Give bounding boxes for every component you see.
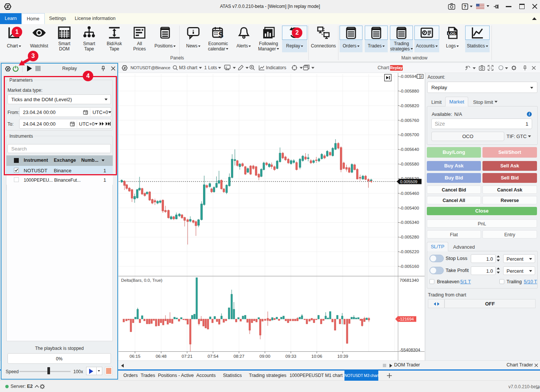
svg-text:07:54: 07:54 bbox=[208, 354, 218, 359]
svg-text:07:21: 07:21 bbox=[182, 354, 193, 359]
svg-text:10:39: 10:39 bbox=[337, 354, 348, 359]
svg-text:-0.005220: -0.005220 bbox=[400, 249, 419, 254]
svg-text:F: F bbox=[421, 75, 423, 79]
svg-text:$: $ bbox=[218, 30, 223, 40]
svg-text:-0.005820: -0.005820 bbox=[400, 103, 419, 108]
svg-text:-0.005580: -0.005580 bbox=[400, 162, 419, 166]
svg-text:-0.005880: -0.005880 bbox=[400, 89, 419, 93]
svg-text:-0.005640: -0.005640 bbox=[400, 147, 419, 152]
svg-text:-0.005940: -0.005940 bbox=[400, 74, 419, 79]
svg-text:-55408304: -55408304 bbox=[400, 348, 421, 352]
svg-text:-0.005460: -0.005460 bbox=[400, 191, 419, 196]
svg-text:06:15: 06:15 bbox=[130, 354, 141, 359]
svg-text:-0.005760: -0.005760 bbox=[400, 118, 419, 123]
svg-text:06:48: 06:48 bbox=[156, 354, 167, 359]
svg-text:-0.005700: -0.005700 bbox=[400, 132, 419, 137]
svg-text:08:27: 08:27 bbox=[234, 354, 244, 359]
svg-text:-0.005160: -0.005160 bbox=[400, 264, 419, 269]
svg-text:10:06: 10:06 bbox=[311, 354, 322, 359]
svg-text:Delta(Bars, 0.0, True): Delta(Bars, 0.0, True) bbox=[121, 278, 162, 283]
svg-text:0.005509: 0.005509 bbox=[400, 179, 417, 184]
svg-text:-121694: -121694 bbox=[399, 317, 414, 321]
svg-text:09:00: 09:00 bbox=[259, 354, 270, 359]
svg-text:-0.005400: -0.005400 bbox=[400, 206, 419, 210]
svg-text:70681340: 70681340 bbox=[400, 278, 419, 283]
svg-text:LOG: LOG bbox=[448, 31, 455, 35]
svg-text:-0.005340: -0.005340 bbox=[400, 220, 419, 225]
svg-text:?: ? bbox=[464, 4, 466, 9]
svg-text:-0.005280: -0.005280 bbox=[400, 235, 419, 239]
svg-text:09:33: 09:33 bbox=[285, 354, 296, 359]
